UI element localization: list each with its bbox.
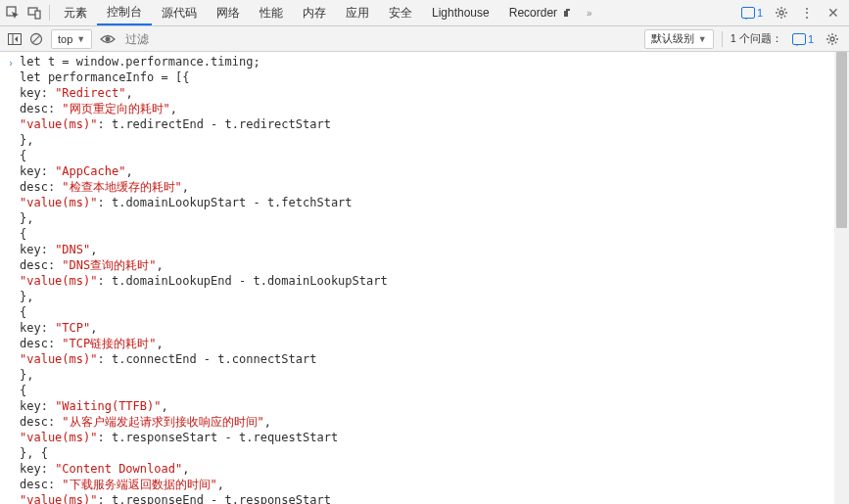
tab-console[interactable]: 控制台 [97, 0, 152, 25]
devtools-tab-bar: 元素 控制台 源代码 网络 性能 内存 应用 安全 Lighthouse Rec… [0, 0, 849, 26]
code-block: let t = window.performance.timing; let p… [18, 54, 388, 504]
tab-security[interactable]: 安全 [379, 0, 422, 25]
svg-rect-2 [35, 11, 40, 19]
tab-application[interactable]: 应用 [336, 0, 379, 25]
tab-performance[interactable]: 性能 [250, 0, 293, 25]
tab-elements[interactable]: 元素 [54, 0, 97, 25]
log-level-select[interactable]: 默认级别▼ [644, 29, 714, 49]
scrollbar-thumb[interactable] [836, 52, 847, 228]
issues-badge[interactable]: 1 [786, 33, 820, 45]
messages-badge[interactable]: 1 [735, 7, 769, 19]
svg-point-9 [830, 37, 834, 41]
issues-label: 1 个问题： [727, 31, 786, 46]
filter-input[interactable] [119, 32, 640, 46]
svg-point-8 [106, 36, 111, 41]
device-toggle-icon[interactable] [24, 0, 45, 25]
svg-line-7 [32, 35, 40, 43]
inspect-icon[interactable] [2, 0, 24, 25]
tab-sources[interactable]: 源代码 [152, 0, 207, 25]
clear-console-icon[interactable] [25, 28, 47, 50]
sidebar-toggle-icon[interactable] [4, 28, 25, 50]
tab-memory[interactable]: 内存 [293, 0, 336, 25]
context-select[interactable]: top▼ [51, 29, 92, 49]
svg-point-3 [779, 11, 783, 15]
tab-lighthouse[interactable]: Lighthouse [422, 0, 499, 25]
prompt-arrow-icon: › [4, 54, 18, 71]
settings-icon[interactable] [769, 6, 794, 20]
tab-recorder[interactable]: Recorder [499, 0, 583, 25]
console-toolbar: top▼ 默认级别▼ 1 个问题： 1 [0, 26, 849, 52]
tab-network[interactable]: 网络 [207, 0, 250, 25]
kebab-menu-icon[interactable]: ⋮ [794, 5, 820, 21]
close-icon[interactable]: ✕ [820, 5, 847, 21]
console-output[interactable]: › let t = window.performance.timing; let… [0, 52, 849, 504]
console-settings-icon[interactable] [820, 32, 845, 46]
more-tabs-icon[interactable]: » [583, 8, 596, 19]
scrollbar[interactable] [834, 52, 849, 504]
live-expression-icon[interactable] [100, 33, 116, 45]
